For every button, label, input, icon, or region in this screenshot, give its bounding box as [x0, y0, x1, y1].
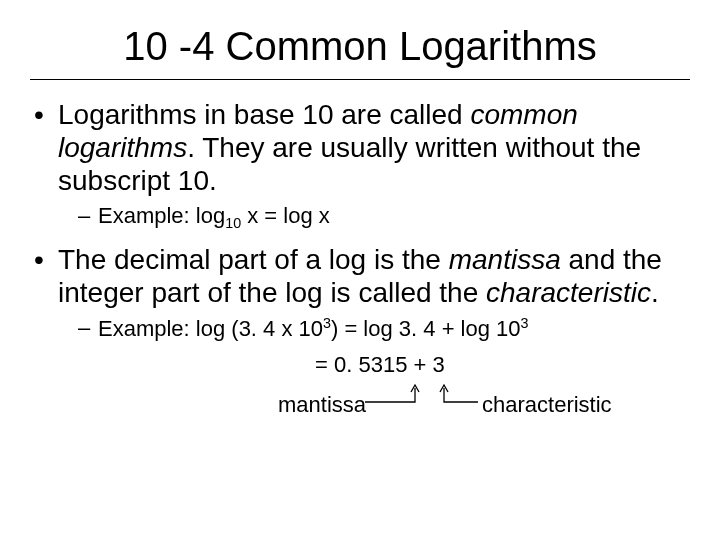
text: . [651, 277, 659, 308]
superscript-3: 3 [323, 315, 331, 331]
example-log10: Example: log10 x = log x [30, 203, 690, 233]
text: Logarithms in base 10 are called [58, 99, 470, 130]
example-mantissa: Example: log (3. 4 x 103) = log 3. 4 + l… [30, 315, 690, 343]
example-label: Example: [98, 316, 196, 341]
label-characteristic: characteristic [482, 392, 612, 418]
subscript-10: 10 [225, 215, 241, 231]
text: ) = log 3. 4 + log 10 [331, 316, 521, 341]
example-result: = 0. 5315 + 3 [30, 352, 690, 378]
term-mantissa: mantissa [449, 244, 561, 275]
text: The decimal part of a log is the [58, 244, 449, 275]
example-label: Example: [98, 203, 196, 228]
text: log (3. 4 x 10 [196, 316, 323, 341]
bullet-mantissa-characteristic: The decimal part of a log is the mantiss… [30, 243, 690, 309]
bullet-common-logs: Logarithms in base 10 are called common … [30, 98, 690, 197]
text: log [196, 203, 225, 228]
term-characteristic: characteristic [486, 277, 651, 308]
slide-title: 10 -4 Common Logarithms [30, 18, 690, 80]
annotation-row: mantissa characteristic [30, 384, 690, 424]
arrow-to-mantissa [365, 382, 425, 402]
text: x = log x [241, 203, 330, 228]
superscript-3: 3 [521, 315, 529, 331]
slide: 10 -4 Common Logarithms Logarithms in ba… [0, 0, 720, 540]
label-mantissa: mantissa [278, 392, 366, 418]
